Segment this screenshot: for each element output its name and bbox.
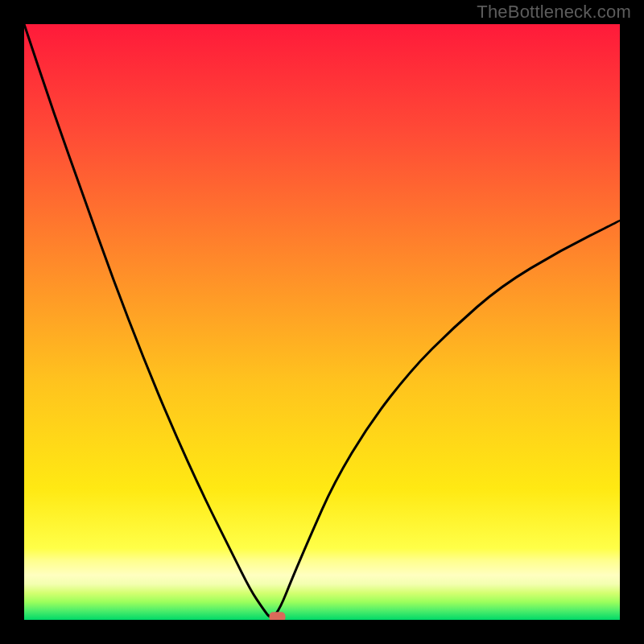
optimum-marker: [270, 612, 286, 620]
plot-area: [24, 24, 620, 620]
watermark-text: TheBottleneck.com: [477, 2, 631, 23]
plot-svg: [24, 24, 620, 620]
gradient-background: [24, 24, 620, 620]
chart-frame: TheBottleneck.com: [0, 0, 644, 644]
